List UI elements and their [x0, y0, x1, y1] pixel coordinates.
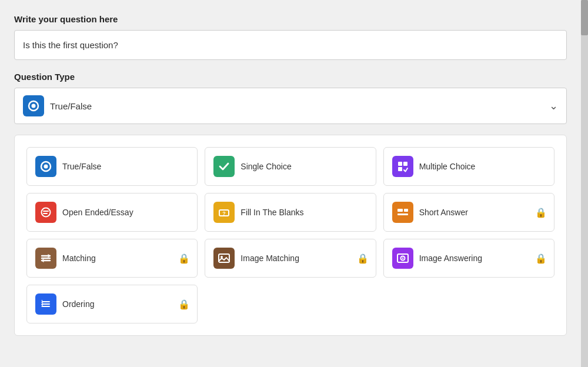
svg-text:?: ? — [223, 211, 226, 216]
short-answer-icon — [392, 202, 413, 223]
svg-point-7 — [42, 208, 51, 217]
dropdown-panel: True/False Single Choice — [14, 135, 567, 336]
matching-lock-icon: 🔒 — [178, 253, 190, 264]
svg-rect-6 — [398, 167, 402, 171]
type-option-image-matching[interactable]: Image Matching 🔒 — [205, 239, 376, 278]
true-false-icon — [35, 156, 56, 177]
type-option-true-false[interactable]: True/False — [26, 147, 198, 186]
short-answer-lock-icon: 🔒 — [535, 207, 547, 218]
true-false-label: True/False — [62, 162, 101, 171]
multiple-choice-label: Multiple Choice — [419, 162, 476, 171]
svg-point-22 — [402, 258, 403, 259]
type-option-single-choice[interactable]: Single Choice — [205, 147, 376, 186]
write-question-label: Write your question here — [14, 14, 567, 24]
selected-type-text: True/False — [50, 101, 92, 111]
type-option-image-answering[interactable]: Image Answering 🔒 — [383, 239, 554, 278]
type-option-short-answer[interactable]: Short Answer 🔒 — [383, 193, 554, 232]
open-ended-label: Open Ended/Essay — [62, 208, 133, 217]
selected-type-icon — [23, 95, 44, 116]
matching-icon — [35, 248, 56, 269]
svg-rect-12 — [397, 209, 403, 212]
svg-rect-5 — [403, 162, 407, 166]
open-ended-icon — [35, 202, 56, 223]
ordering-icon: 1 2 3 — [35, 293, 56, 315]
fill-blanks-label: Fill In The Blanks — [240, 208, 303, 217]
image-matching-icon — [213, 248, 235, 269]
svg-point-1 — [32, 104, 36, 108]
question-type-grid: True/False Single Choice — [26, 147, 554, 323]
scrollbar-thumb[interactable] — [581, 0, 588, 35]
multiple-choice-icon — [392, 156, 413, 177]
type-option-open-ended[interactable]: Open Ended/Essay — [26, 193, 198, 232]
short-answer-label: Short Answer — [419, 208, 468, 217]
chevron-down-icon: ⌄ — [549, 99, 558, 112]
type-selector-left: True/False — [23, 95, 92, 116]
image-answering-label: Image Answering — [419, 253, 482, 263]
type-option-multiple-choice[interactable]: Multiple Choice — [383, 147, 554, 186]
image-matching-label: Image Matching — [240, 253, 299, 263]
single-choice-label: Single Choice — [240, 162, 291, 171]
type-option-matching[interactable]: Matching 🔒 — [26, 239, 198, 278]
type-option-fill-blanks[interactable]: ? Fill In The Blanks — [205, 193, 376, 232]
svg-rect-13 — [404, 209, 408, 212]
svg-rect-18 — [219, 254, 229, 262]
question-input[interactable] — [14, 30, 567, 60]
single-choice-icon — [213, 156, 235, 177]
scrollbar[interactable] — [581, 0, 588, 367]
ordering-lock-icon: 🔒 — [178, 299, 190, 310]
question-type-label: Question Type — [14, 72, 567, 82]
image-answering-icon — [392, 248, 413, 269]
svg-point-3 — [44, 165, 48, 169]
type-option-ordering[interactable]: 1 2 3 Ordering 🔒 — [26, 285, 198, 323]
image-answering-lock-icon: 🔒 — [535, 253, 547, 264]
main-content: Write your question here Question Type T… — [0, 0, 581, 367]
svg-rect-4 — [398, 162, 402, 166]
image-matching-lock-icon: 🔒 — [357, 253, 369, 264]
svg-rect-14 — [397, 213, 408, 215]
ordering-label: Ordering — [62, 299, 94, 309]
fill-blanks-icon: ? — [213, 202, 235, 223]
matching-label: Matching — [62, 253, 96, 263]
type-selector-dropdown[interactable]: True/False ⌄ — [14, 88, 567, 124]
